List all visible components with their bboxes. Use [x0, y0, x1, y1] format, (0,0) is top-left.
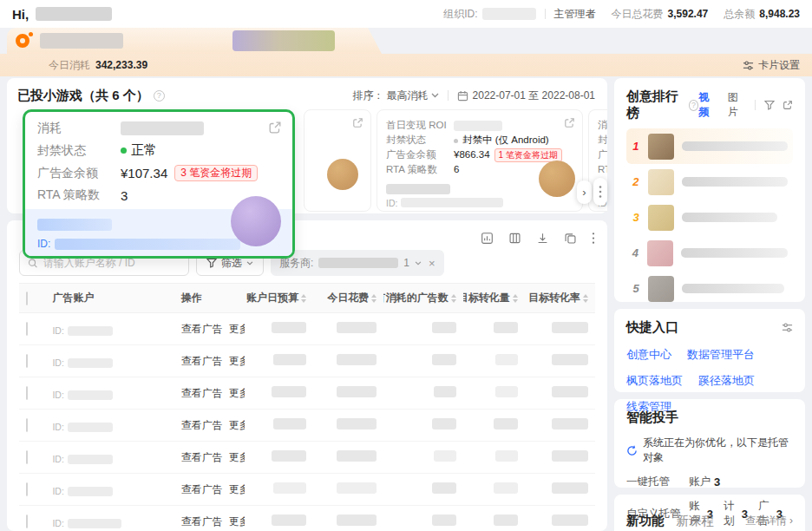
budget-redacted — [272, 450, 306, 462]
creative-thumbnail — [648, 134, 674, 160]
game-card-selected[interactable]: 消耗 封禁状态 正常 广告金余额 ¥107.343 笔资金将过期 RTA — [23, 109, 295, 259]
sort-dropdown[interactable]: 排序： 最高消耗 — [353, 88, 439, 103]
view-details-link[interactable]: 查看详情 › — [745, 514, 793, 528]
consume-value-redacted — [121, 121, 204, 135]
table-row: ID: 查看广告更多 — [19, 345, 595, 377]
tab-new-feature[interactable]: 新功能 — [626, 513, 665, 529]
sort-icon[interactable] — [513, 294, 518, 303]
row-checkbox[interactable] — [26, 515, 28, 528]
card-settings-button[interactable]: 卡片设置 — [743, 58, 800, 73]
total-balance-value: 8,948.23 — [759, 8, 800, 20]
rank-item[interactable]: 2 — [626, 164, 793, 200]
view-ads-link[interactable]: 查看广告 — [181, 418, 223, 433]
game-id-redacted — [55, 239, 240, 250]
rank-item[interactable]: 1 — [626, 128, 793, 164]
external-link-icon[interactable] — [268, 121, 282, 134]
creative-external-link-icon[interactable] — [783, 100, 793, 110]
external-link-icon[interactable] — [564, 117, 575, 128]
download-icon[interactable] — [536, 232, 549, 245]
link-creative-center[interactable]: 创意中心 — [626, 343, 671, 367]
more-dropdown[interactable]: 更多 — [229, 450, 245, 465]
provider-filter-tag[interactable]: 服务商: 1 × — [271, 250, 444, 276]
more-dropdown[interactable]: 更多 — [229, 322, 245, 337]
view-ads-link[interactable]: 查看广告 — [181, 322, 223, 337]
total-spend-value: 3,592.47 — [668, 8, 709, 20]
chevron-right-icon: › — [789, 515, 793, 527]
row-checkbox[interactable] — [26, 418, 28, 432]
link-data-platform[interactable]: 数据管理平台 — [687, 343, 755, 367]
col-budget[interactable]: 账户日预算 — [245, 284, 313, 313]
tab-new-course[interactable]: 新课程 — [677, 513, 715, 529]
account-search-input[interactable] — [43, 257, 180, 269]
sort-icon[interactable] — [583, 294, 588, 303]
more-dropdown[interactable]: 更多 — [229, 386, 245, 401]
remove-filter-icon[interactable]: × — [429, 257, 435, 270]
conversions-redacted — [495, 354, 518, 365]
tab-image[interactable]: 图片 — [728, 90, 746, 120]
ads-count-redacted — [432, 515, 456, 526]
creative-thumbnail — [648, 205, 674, 231]
col-conversions[interactable]: 目标转化量 — [463, 284, 525, 313]
row-checkbox[interactable] — [26, 322, 28, 336]
row-checkbox[interactable] — [26, 482, 28, 496]
view-ads-link[interactable]: 查看广告 — [181, 386, 223, 401]
rank-number: 1 — [632, 140, 640, 153]
budget-redacted — [272, 515, 306, 526]
creative-thumbnail — [648, 276, 674, 302]
quick-entry-settings-icon[interactable] — [782, 322, 793, 333]
col-conversion-rate[interactable]: 目标转化率 — [525, 284, 595, 313]
row-checkbox[interactable] — [26, 354, 28, 368]
rank-item[interactable]: 5 — [626, 271, 793, 302]
row-checkbox[interactable] — [26, 386, 28, 400]
view-ads-link[interactable]: 查看广告 — [181, 354, 223, 369]
provider-value-redacted — [318, 258, 398, 268]
external-link-icon[interactable] — [352, 117, 363, 128]
more-dropdown[interactable]: 更多 — [229, 418, 245, 433]
creative-thumbnail — [647, 240, 673, 266]
help-icon[interactable]: ? — [689, 100, 699, 111]
budget-redacted — [272, 322, 306, 333]
date-range-picker[interactable]: 2022-07-01 至 2022-08-01 — [457, 88, 595, 103]
workspace-tab[interactable] — [7, 28, 382, 54]
carousel-next-button[interactable]: › — [577, 180, 592, 204]
view-ads-link[interactable]: 查看广告 — [181, 482, 223, 497]
chart-view-icon[interactable] — [481, 232, 494, 245]
select-all-checkbox[interactable] — [26, 292, 28, 305]
roi-label: 首日变现 ROI — [386, 118, 454, 133]
rank-item[interactable]: 3 — [626, 200, 793, 235]
more-dropdown[interactable]: 更多 — [229, 482, 245, 497]
game-card-partial[interactable] — [304, 109, 371, 212]
link-xijing-landing[interactable]: 蹊径落地页 — [698, 369, 755, 393]
copy-icon[interactable] — [564, 232, 577, 245]
more-dropdown[interactable]: 更多 — [229, 515, 245, 529]
creative-filter-icon[interactable] — [764, 100, 775, 110]
link-feng-landing[interactable]: 枫页落地页 — [626, 369, 683, 393]
game-id-redacted — [401, 198, 503, 207]
top-header: Hi, 组织ID: 主管理者 今日总花费3,592.47 总余额8,948.23 — [0, 0, 812, 28]
tab-video[interactable]: 视频 — [698, 90, 717, 120]
date-range-value: 2022-07-01 至 2022-08-01 — [473, 88, 595, 103]
col-active-ads[interactable]: 有消耗的广告数 — [383, 284, 462, 313]
column-settings-icon[interactable] — [508, 232, 521, 245]
row-checkbox[interactable] — [26, 450, 28, 464]
budget-redacted — [273, 482, 306, 494]
more-dropdown[interactable]: 更多 — [229, 354, 245, 369]
game-card-roi[interactable]: 首日变现 ROI 封禁状态 封禁中 (仅 Android) 广告金余额 ¥866… — [377, 109, 583, 212]
sort-icon[interactable] — [301, 294, 306, 303]
table-more-icon[interactable] — [592, 232, 595, 245]
view-ads-link[interactable]: 查看广告 — [181, 515, 223, 529]
more-options-button[interactable] — [593, 178, 607, 206]
conversion-rate-redacted — [552, 386, 588, 397]
rank-item[interactable]: 4 — [626, 235, 793, 271]
games-panel: 已投小游戏（共 6 个） ? 排序： 最高消耗 2022-07-01 至 202… — [7, 78, 607, 213]
rank-list: 1 2 3 4 — [626, 128, 793, 302]
sort-icon[interactable] — [451, 294, 456, 303]
col-cost[interactable]: 今日花费 — [313, 284, 383, 313]
conversion-rate-redacted — [552, 322, 588, 333]
vertical-dots-icon — [599, 185, 602, 199]
ads-count-redacted — [432, 322, 456, 333]
view-ads-link[interactable]: 查看广告 — [181, 450, 223, 465]
sort-icon[interactable] — [371, 294, 377, 303]
creative-name-redacted — [682, 213, 777, 222]
help-icon[interactable]: ? — [154, 90, 165, 102]
